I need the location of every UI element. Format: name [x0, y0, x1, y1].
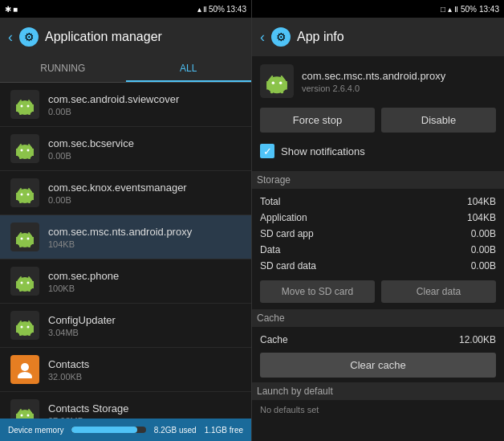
- storage-action-buttons: Move to SD card Clear data: [260, 280, 496, 303]
- storage-sdcard-app-row: SD card app 0.00B: [260, 226, 496, 242]
- battery-text: 50%: [209, 5, 225, 14]
- app-name: Contacts: [48, 358, 242, 370]
- storage-free: 1.1GB free: [205, 426, 243, 435]
- notifications-checkbox[interactable]: ✓: [260, 144, 274, 158]
- storage-sdcard-data-row: SD card data 0.00B: [260, 258, 496, 274]
- clear-data-button[interactable]: Clear data: [381, 280, 496, 303]
- app-tabs: RUNNING ALL: [0, 56, 251, 83]
- svg-point-32: [21, 238, 23, 240]
- tab-all[interactable]: ALL: [126, 56, 252, 82]
- app-size: 0.00B: [48, 151, 242, 161]
- notifications-label: Show notifications: [281, 145, 365, 157]
- left-panel-header: ‹ ⚙ Application manager: [0, 18, 251, 56]
- list-item[interactable]: Contacts Storage 27.98MB: [0, 392, 251, 419]
- svg-point-14: [21, 149, 23, 152]
- app-icon-sviewcover: [10, 89, 40, 120]
- volume-icon: ■: [13, 5, 18, 14]
- app-info-contacts: Contacts 32.00KB: [48, 358, 242, 382]
- svg-point-51: [27, 326, 30, 329]
- list-item[interactable]: ConfigUpdater 3.04MB: [0, 304, 251, 348]
- list-item[interactable]: com.sec.msc.nts.android.proxy 104KB: [0, 215, 251, 259]
- settings-icon: ⚙: [19, 27, 39, 47]
- app-size: 104KB: [48, 239, 242, 249]
- sdcard-data-label: SD card data: [260, 260, 316, 272]
- app-list[interactable]: com.sec.android.sviewcover 0.00B: [0, 83, 251, 419]
- disable-button[interactable]: Disable: [381, 108, 496, 133]
- svg-rect-12: [19, 155, 22, 159]
- app-icon-phone: [10, 266, 40, 296]
- svg-point-41: [21, 282, 23, 284]
- app-name: Contacts Storage: [48, 402, 242, 414]
- cache-section-header: Cache: [252, 309, 504, 327]
- wifi-icon: ▴: [197, 5, 201, 14]
- app-size: 0.00B: [48, 195, 242, 205]
- time-right: 13:43: [479, 5, 499, 14]
- left-status-icons: ✱ ■: [5, 5, 18, 14]
- app-icon-proxy: [10, 222, 40, 252]
- svg-point-55: [18, 372, 32, 378]
- device-memory-label: Device memory: [8, 426, 63, 435]
- launch-default-header: Launch by default: [252, 382, 504, 400]
- svg-rect-31: [28, 243, 30, 247]
- svg-point-33: [27, 238, 30, 240]
- move-to-sd-button[interactable]: Move to SD card: [260, 280, 375, 303]
- right-back-button[interactable]: ‹: [260, 29, 265, 46]
- app-size: 3.04MB: [48, 328, 242, 337]
- svg-rect-2: [16, 104, 34, 112]
- svg-point-70: [272, 82, 275, 85]
- app-name-version: com.sec.msc.nts.android.proxy version 2.…: [302, 70, 445, 93]
- storage-progress-bar: [71, 427, 145, 433]
- app-header: com.sec.msc.nts.android.proxy version 2.…: [260, 64, 496, 98]
- app-icon-knox: [10, 178, 40, 208]
- app-name: com.sec.bcservice: [48, 137, 242, 149]
- svg-rect-68: [270, 88, 274, 93]
- svg-point-5: [21, 105, 23, 108]
- list-item[interactable]: Contacts 32.00KB: [0, 348, 251, 392]
- bluetooth-icon: ✱: [5, 5, 11, 14]
- back-button[interactable]: ‹: [8, 29, 13, 46]
- app-size: 100KB: [48, 284, 242, 293]
- signal-icon-right: Ⅱ: [454, 5, 458, 14]
- list-item[interactable]: com.sec.bcservice 0.00B: [0, 127, 251, 171]
- app-info-phone: com.sec.phone 100KB: [48, 270, 242, 293]
- storage-used: 8.2GB used: [154, 426, 197, 435]
- list-item[interactable]: com.sec.android.sviewcover 0.00B: [0, 83, 251, 127]
- app-size: 0.00B: [48, 107, 242, 116]
- svg-point-61: [21, 414, 23, 417]
- svg-rect-40: [28, 288, 30, 292]
- list-item[interactable]: com.sec.phone 100KB: [0, 259, 251, 304]
- cache-label: Cache: [260, 334, 288, 345]
- app-icon-bcservice: [10, 133, 40, 164]
- app-name: com.sec.phone: [48, 270, 242, 282]
- left-status-bar: ✱ ■ ▴ Ⅱ 50% 13:43: [0, 0, 251, 18]
- svg-rect-20: [16, 193, 34, 200]
- app-info-knox: com.sec.knox.eventsmanager 0.00B: [48, 182, 242, 205]
- app-name: ConfigUpdater: [48, 314, 242, 326]
- svg-point-50: [21, 326, 23, 329]
- total-label: Total: [260, 196, 280, 207]
- notifications-row[interactable]: ✓ Show notifications: [260, 141, 496, 161]
- svg-point-71: [279, 82, 282, 85]
- left-panel-title: Application manager: [45, 30, 162, 44]
- right-status-bar: □ ▴ Ⅱ 50% 13:43: [252, 0, 504, 18]
- right-status-icons: ▴ Ⅱ 50% 13:43: [197, 5, 246, 14]
- svg-point-6: [27, 105, 30, 108]
- sdcard-app-label: SD card app: [260, 228, 314, 239]
- application-label: Application: [260, 212, 307, 223]
- list-item[interactable]: com.sec.knox.eventsmanager 0.00B: [0, 171, 251, 215]
- svg-point-62: [27, 414, 30, 417]
- contacts-icon-bg: [10, 355, 39, 384]
- tab-running[interactable]: RUNNING: [0, 56, 126, 82]
- svg-rect-67: [266, 81, 287, 90]
- app-version: version 2.6.4.0: [302, 84, 445, 93]
- time-left: 13:43: [226, 5, 246, 14]
- svg-rect-38: [16, 281, 34, 288]
- svg-rect-48: [19, 332, 22, 336]
- svg-rect-11: [16, 149, 34, 156]
- app-info-contacts-storage: Contacts Storage 27.98MB: [48, 402, 242, 419]
- app-main-icon: [260, 64, 294, 98]
- sdcard-app-value: 0.00B: [471, 228, 496, 239]
- clear-cache-button[interactable]: Clear cache: [260, 353, 496, 378]
- app-size: 32.00KB: [48, 372, 242, 382]
- force-stop-button[interactable]: Force stop: [260, 108, 375, 133]
